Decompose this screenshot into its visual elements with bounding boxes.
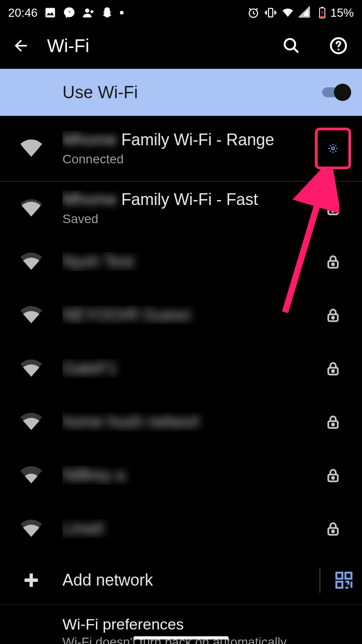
wifi-signal-icon [0,519,62,539]
network-row[interactable]: Nilllrey a [0,448,362,502]
network-status: Connected [62,152,315,167]
svg-rect-27 [336,582,342,587]
wifi-signal-icon [0,198,62,218]
app-bar: Wi-Fi [0,25,362,66]
lock-icon [315,467,351,483]
wifi-status-icon [281,6,294,19]
svg-rect-26 [345,572,351,578]
wifi-signal-icon [0,305,62,325]
messenger-icon [63,6,76,19]
svg-point-7 [285,39,295,49]
network-name: Linwil [62,519,315,538]
wifi-signal-icon [0,358,62,378]
add-network-row[interactable]: Add network [0,555,362,604]
alarm-icon [247,6,260,19]
use-wifi-toggle-row[interactable]: Use Wi-Fi [0,69,362,116]
network-name: Nilllrey a [62,466,315,485]
network-row[interactable]: NEYOOrR Guesn [0,288,362,342]
battery-pct: 15% [330,6,354,20]
snapchat-icon [101,6,114,19]
svg-point-9 [338,48,339,50]
divider [319,568,320,593]
svg-point-20 [332,424,334,426]
qr-scan-button[interactable] [326,571,362,589]
wifi-switch[interactable] [322,84,351,101]
network-row[interactable]: Nyxh Test [0,235,362,288]
lock-icon [315,414,351,430]
network-row[interactable]: home hush nelworl [0,395,362,448]
lock-icon [315,360,351,377]
network-status: Saved [62,212,315,226]
lock-icon [315,253,351,270]
back-button[interactable] [8,33,33,58]
page-title: Wi-Fi [47,36,265,56]
network-row[interactable]: Linwil [0,502,362,555]
svg-point-1 [85,9,89,13]
svg-rect-5 [321,7,324,8]
wifi-signal-icon [0,138,62,158]
lock-icon [315,520,351,537]
network-name: home hush nelworl [62,412,315,431]
lock-icon [315,200,351,216]
svg-point-18 [332,370,334,372]
wifi-prefs-title: Wi-Fi preferences [62,615,351,633]
network-row[interactable]: MhomeFamily Wi-Fi - FastSaved [0,181,362,235]
network-name: MhomeFamily Wi-Fi - Fast [62,190,315,209]
network-name: GateF1 [62,359,315,378]
search-button[interactable] [279,33,304,58]
svg-point-14 [332,263,334,266]
svg-rect-25 [336,572,342,578]
network-name: Nyxh Test [62,252,315,271]
status-bar: 20:46 15% [0,0,362,25]
network-name: NEYOOrR Guesn [62,305,315,324]
svg-point-10 [332,147,334,150]
svg-rect-0 [46,8,55,18]
lock-icon [315,307,351,323]
cell-signal-icon [299,6,311,19]
svg-rect-6 [320,16,324,17]
network-row[interactable]: MhomeFamily Wi-Fi - RangeConnected [0,116,362,181]
svg-rect-3 [268,9,272,17]
home-indicator[interactable] [133,636,229,639]
wifi-signal-icon [0,252,62,272]
battery-icon: 15% [316,6,354,20]
network-row[interactable]: GateF1 [0,342,362,395]
add-person-icon [82,6,95,19]
wifi-signal-icon [0,412,62,432]
network-list: MhomeFamily Wi-Fi - RangeConnectedMhomeF… [0,116,362,555]
help-button[interactable] [326,33,351,58]
vibrate-icon [264,6,277,19]
wifi-signal-icon [0,465,62,485]
svg-point-22 [332,477,334,479]
svg-point-12 [332,210,334,212]
gallery-icon [44,6,57,19]
plus-icon [0,570,62,590]
more-notifications-dot [120,11,124,14]
status-time: 20:46 [8,6,38,20]
add-network-label: Add network [62,571,319,590]
use-wifi-label: Use Wi-Fi [62,83,322,102]
svg-point-16 [332,317,334,319]
svg-point-24 [332,530,334,533]
network-name: MhomeFamily Wi-Fi - Range [62,130,315,149]
network-settings-button[interactable] [315,128,351,169]
